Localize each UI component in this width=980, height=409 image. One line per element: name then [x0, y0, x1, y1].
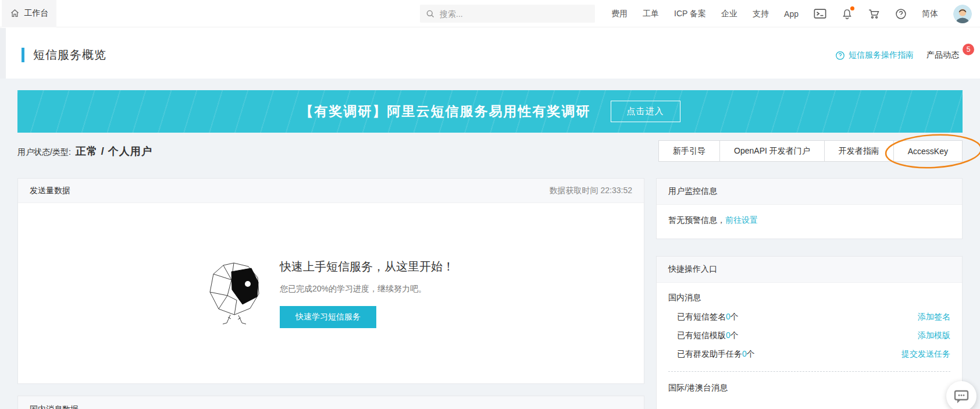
- quick-actions-card: 快捷操作入口 国内消息 已有短信签名0个 添加签名 已有短信模版0个 添加模版: [656, 256, 963, 409]
- send-volume-title: 发送量数据: [30, 186, 70, 196]
- nav-item-tickets[interactable]: 工单: [643, 9, 659, 19]
- notification-dot: [850, 6, 854, 10]
- banner-title: 【有奖调研】阿里云短信服务易用性有奖调研: [300, 102, 591, 120]
- home-icon: [10, 9, 20, 18]
- banner-enter-button[interactable]: 点击进入: [611, 101, 680, 122]
- title-marker: [22, 48, 24, 62]
- intl-group-label: 国际/港澳台消息: [668, 383, 950, 393]
- product-news-label: 产品动态: [926, 50, 959, 59]
- product-news-link[interactable]: 产品动态 5: [926, 50, 963, 61]
- nav-item-enterprise[interactable]: 企业: [721, 9, 737, 19]
- go-settings-link[interactable]: 前往设置: [725, 215, 758, 225]
- nav-item-support[interactable]: 支持: [753, 9, 769, 19]
- workbench-button[interactable]: 工作台: [2, 0, 56, 27]
- domestic-data-card: 国内消息数据: [17, 396, 644, 409]
- add-template-link[interactable]: 添加模版: [918, 330, 950, 340]
- left-edge-strip: [0, 28, 6, 79]
- feedback-chat-button[interactable]: [946, 381, 977, 409]
- nav-item-app[interactable]: App: [784, 9, 799, 19]
- no-alert-text: 暂无预警信息，: [668, 215, 725, 225]
- signature-count-text: 已有短信签名0个: [677, 311, 739, 322]
- chat-bubble-icon: [953, 389, 970, 404]
- survey-banner: 【有奖调研】阿里云短信服务易用性有奖调研 点击进入: [17, 90, 963, 133]
- search-icon: [426, 9, 435, 19]
- accesskey-button[interactable]: AccessKey: [893, 140, 963, 162]
- add-signature-link[interactable]: 添加签名: [918, 311, 950, 322]
- notification-bell-icon[interactable]: [842, 8, 853, 20]
- nav-item-billing[interactable]: 费用: [611, 9, 628, 19]
- question-circle-icon: [835, 51, 845, 61]
- user-monitor-title: 用户监控信息: [668, 186, 717, 197]
- batch-task-row: 已有群发助手任务0个 提交发送任务: [677, 348, 950, 359]
- language-switch[interactable]: 简体: [922, 9, 938, 19]
- quick-learn-button[interactable]: 快速学习短信服务: [280, 306, 376, 328]
- template-row: 已有短信模版0个 添加模版: [677, 330, 950, 340]
- news-count-badge: 5: [963, 44, 974, 55]
- quick-actions-title: 快捷操作入口: [668, 264, 717, 275]
- main-content: 【有奖调研】阿里云短信服务易用性有奖调研 点击进入 用户状态/类型: 正常 / …: [0, 79, 980, 409]
- openapi-portal-button[interactable]: OpenAPI 开发者门户: [719, 140, 825, 162]
- top-navbar: 工作台 费用 工单 ICP 备案 企业 支持 App: [0, 0, 980, 27]
- user-avatar[interactable]: [953, 5, 972, 23]
- user-monitor-card: 用户监控信息 暂无预警信息，前往设置: [656, 178, 963, 239]
- global-search: [420, 5, 595, 23]
- navbar-right: 费用 工单 ICP 备案 企业 支持 App: [611, 0, 972, 27]
- help-icon[interactable]: [895, 8, 907, 20]
- robot-illustration: [208, 262, 261, 326]
- page-header: 短信服务概览 短信服务操作指南 产品动态 5: [0, 28, 980, 79]
- cart-icon[interactable]: [868, 8, 880, 20]
- cloudshell-icon[interactable]: [814, 8, 826, 19]
- toolbar-button-group: 新手引导 OpenAPI 开发者门户 开发者指南 AccessKey: [659, 140, 963, 162]
- data-fetch-time: 数据获取时间 22:33:52: [550, 186, 632, 196]
- workbench-label: 工作台: [24, 8, 49, 19]
- sms-guide-label: 短信服务操作指南: [849, 50, 914, 61]
- status-row: 用户状态/类型: 正常 / 个人用户 新手引导 OpenAPI 开发者门户 开发…: [17, 140, 963, 162]
- page-title: 短信服务概览: [33, 47, 106, 63]
- template-count-text: 已有短信模版0个: [677, 330, 739, 340]
- user-status-label: 用户状态/类型:: [17, 147, 71, 158]
- nav-item-icp[interactable]: ICP 备案: [674, 9, 706, 19]
- onboarding-progress-text: 您已完成20%的学习进度，继续努力吧。: [280, 284, 454, 294]
- newbie-guide-button[interactable]: 新手引导: [658, 140, 720, 162]
- signature-row: 已有短信签名0个 添加签名: [677, 311, 950, 322]
- domestic-group-label: 国内消息: [668, 293, 950, 303]
- send-volume-card: 发送量数据 数据获取时间 22:33:52 快速上手: [17, 178, 644, 384]
- domestic-data-title: 国内消息数据: [30, 404, 79, 409]
- batch-task-count-text: 已有群发助手任务0个: [677, 348, 755, 359]
- submit-send-task-link[interactable]: 提交发送任务: [901, 348, 950, 359]
- user-status-value: 正常 / 个人用户: [76, 144, 152, 158]
- search-input[interactable]: [440, 9, 579, 19]
- sms-guide-link[interactable]: 短信服务操作指南: [835, 50, 914, 61]
- onboarding-title: 快速上手短信服务，从这里开始！: [280, 259, 454, 275]
- dashed-divider: [668, 371, 950, 372]
- developer-guide-button[interactable]: 开发者指南: [824, 140, 894, 162]
